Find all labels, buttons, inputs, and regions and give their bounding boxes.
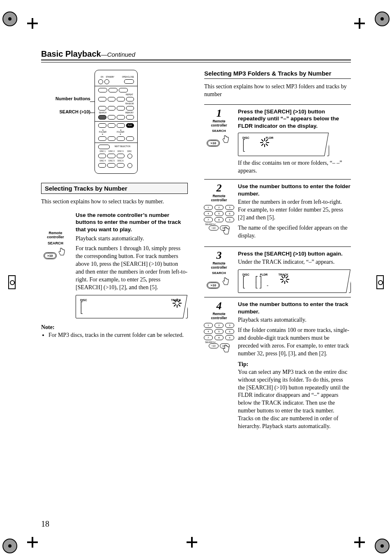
display-seg-icon: ⎡⎤⎣⎦ - (255, 276, 270, 288)
intro-text: This section explains how to select MP3 … (204, 83, 351, 99)
remote-button (108, 106, 116, 111)
step-bold: Press the [SEARCH] (>10) button repeated… (238, 108, 351, 130)
remote-label: DISC 4 (98, 160, 107, 162)
remote-button (124, 79, 134, 84)
remote-label: ON (98, 76, 106, 78)
step-body: Playback starts automatically. (76, 235, 188, 243)
display-panel: DISC ⎡⎣ TRACK (76, 295, 188, 318)
chapter-title: Basic Playback—Continued (41, 49, 351, 59)
remote-controller-label: Remote controller (41, 231, 70, 240)
track-step-text: Use the remote controller’s number butto… (76, 212, 188, 318)
registration-mark-icon (375, 12, 390, 26)
burst-icon (171, 302, 183, 311)
display-panel: DISCFLDRTRACK ⎡⎣ ⎡⎤⎣⎦ - (238, 269, 351, 293)
display-panel: DISCFLDR ⎡⎣ (238, 133, 329, 156)
search-pill-icon: >10 (208, 283, 219, 288)
page-number: 18 (41, 519, 49, 529)
remote-button (117, 136, 125, 141)
num-button: 9 (225, 335, 234, 340)
registration-mark-icon (2, 12, 17, 26)
remote-button (117, 123, 125, 128)
remote-button (126, 106, 134, 111)
remote-button (127, 154, 132, 159)
remote-button (117, 163, 125, 168)
note-heading: Note: (41, 324, 188, 331)
crop-mark-icon (27, 18, 38, 29)
crop-mark-icon (354, 18, 365, 29)
title-rule (41, 60, 351, 62)
step-after: If the disc contains ten or more folders… (238, 159, 351, 175)
step-bold: Use the number buttons to enter the trac… (238, 301, 351, 315)
step-body: For track numbers 1 through 10, simply p… (76, 245, 188, 291)
remote-button-search (98, 115, 106, 120)
remote-button (126, 97, 134, 101)
remote-button (104, 79, 109, 84)
registration-mark-icon (375, 539, 390, 553)
num-button: 2 (214, 205, 224, 210)
registration-mark-icon (2, 539, 17, 553)
num-button: 1 (204, 323, 213, 328)
display-seg-icon: ⎡⎣ (80, 302, 84, 314)
remote-button (117, 97, 125, 101)
remote-button (117, 106, 125, 111)
step-textcol: Use the number buttons to enter the trac… (238, 301, 351, 433)
intro-text: This section explains how to select trac… (41, 198, 188, 206)
remote-button (108, 97, 116, 101)
chapter-continued: —Continued (101, 51, 135, 58)
step-body: Under the TRACK indicator, “–” appears. (238, 258, 351, 266)
step-numcol: 1 Remote controller SEARCH >10 (204, 108, 234, 175)
num-button: 7 (204, 217, 213, 222)
remote-button (107, 154, 115, 158)
search-label: SEARCH (204, 129, 234, 133)
remote-button (98, 136, 106, 141)
step-body: If the folder contains 100 or more track… (238, 327, 351, 358)
remote-button (98, 97, 106, 101)
step-textcol: Press the [SEARCH] (>10) button repeated… (238, 108, 351, 175)
search-pill-icon: >10 (208, 140, 219, 146)
remote-label: DISC 6 (116, 160, 125, 162)
track-step: Remote controller SEARCH >10 Use the rem… (41, 212, 188, 318)
search-label: SEARCH (204, 271, 234, 275)
remote-button (98, 79, 103, 84)
step-bold: Press the [SEARCH] (>10) button again. (238, 250, 351, 258)
remote-diagram-block: Number buttons SEARCH (>10) ONSTANDBYOPE… (41, 70, 188, 174)
num-button: 3 (225, 323, 234, 328)
remote-label: DISC 1 (98, 150, 107, 152)
remote-controller-label: Remote controller (204, 120, 234, 128)
remote-button (98, 123, 106, 128)
remote-button (126, 136, 134, 141)
num-button: 8 (214, 335, 224, 340)
subsection-tracks-by-number: Selecting Tracks by Number (41, 183, 188, 194)
num-button: 6 (225, 211, 234, 216)
remote-button-play: PLAY (126, 123, 134, 128)
remote-button (107, 163, 115, 168)
page: Basic Playback—Continued Number buttons … (0, 0, 392, 555)
search-label: SEARCH (41, 241, 70, 245)
num-button: 2 (214, 323, 224, 328)
remote-controller-label: Remote controller (204, 262, 234, 270)
num-button: 7 (204, 335, 213, 340)
number-pad-icon: 123 456 789 (204, 205, 234, 222)
tip-heading: Tip: (238, 361, 351, 368)
hand-cursor-icon (221, 276, 231, 286)
remote-button (127, 163, 132, 168)
remote-button (119, 88, 128, 92)
step-numcol: 2 Remote controller 123 456 789 SEARCH >… (204, 183, 234, 242)
step-3: 3 Remote controller SEARCH >10 Press the… (204, 246, 351, 293)
crop-mark-icon (187, 537, 197, 548)
step-number: 1 (204, 108, 234, 119)
remote-label: DISC 2 (107, 150, 116, 152)
remote-label: RANDOM (125, 103, 134, 105)
remote-button (108, 115, 116, 120)
right-column: Selecting MP3 Folders & Tracks by Number… (204, 70, 351, 433)
remote-controller-label: Remote controller (204, 312, 234, 320)
remote-button (126, 115, 134, 120)
side-mark-icon (376, 275, 384, 289)
crop-mark-icon (27, 537, 38, 548)
step-number: 3 (204, 250, 234, 261)
step-1: 1 Remote controller SEARCH >10 Press the… (204, 104, 351, 175)
left-column: Number buttons SEARCH (>10) ONSTANDBYOPE… (41, 70, 188, 433)
step-numcol: 3 Remote controller SEARCH >10 (204, 250, 234, 293)
step-numcol: 4 Remote controller 123 456 789 SEARCH >… (204, 301, 234, 433)
hand-cursor-icon (221, 344, 231, 354)
